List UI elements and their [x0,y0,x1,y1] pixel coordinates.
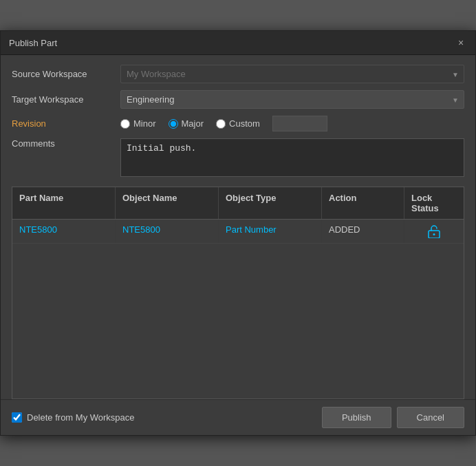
revision-major-label: Major [182,118,204,129]
close-button[interactable]: × [455,36,467,49]
revision-custom-input[interactable] [272,116,327,131]
target-workspace-wrapper: Engineering Production Archive ▼ [120,90,464,109]
revision-minor-option[interactable]: Minor [120,118,156,129]
revision-custom-radio[interactable] [216,119,226,129]
delete-checkbox-label: Delete from My Workspace [27,412,135,423]
revision-minor-label: Minor [133,118,156,129]
revision-label: Revision [12,118,115,129]
cell-lock-status [404,220,464,243]
col-action: Action [322,187,404,219]
target-workspace-select[interactable]: Engineering Production Archive [120,90,464,109]
delete-checkbox[interactable] [12,412,22,423]
col-part-name: Part Name [12,187,116,219]
buttons-row: Publish Cancel [322,407,464,428]
cell-part-name: NTE5800 [12,220,116,243]
revision-radio-group: Minor Major Custom [120,116,327,131]
cell-object-name: NTE5800 [116,220,219,243]
col-lock-status: Lock Status [404,187,464,219]
comments-label: Comments [12,138,115,149]
revision-major-radio[interactable] [169,119,178,129]
comments-row: Comments Initial push. [12,138,464,177]
source-workspace-select: My Workspace [120,65,464,83]
source-workspace-label: Source Workspace [12,69,115,79]
form-area: Source Workspace My Workspace ▼ Target W… [1,55,475,184]
revision-minor-radio[interactable] [120,119,130,129]
svg-point-1 [433,233,435,235]
source-workspace-wrapper: My Workspace ▼ [120,65,464,83]
footer-area: Delete from My Workspace Publish Cancel [1,399,475,435]
title-bar: Publish Part × [1,31,475,55]
cell-object-type: Part Number [219,220,322,243]
revision-major-option[interactable]: Major [169,118,204,129]
table-row: NTE5800 NTE5800 Part Number ADDED [12,220,464,244]
revision-custom-option[interactable]: Custom [216,118,260,129]
cancel-button[interactable]: Cancel [397,407,464,428]
parts-table: Part Name Object Name Object Type Action… [12,187,464,399]
cell-action: ADDED [322,220,404,243]
source-workspace-row: Source Workspace My Workspace ▼ [12,65,464,83]
col-object-type: Object Type [219,187,322,219]
target-workspace-row: Target Workspace Engineering Production … [12,90,464,109]
comments-textarea[interactable]: Initial push. [120,138,464,177]
target-workspace-label: Target Workspace [12,94,115,105]
table-header: Part Name Object Name Object Type Action… [12,187,464,220]
revision-custom-label: Custom [229,118,260,129]
table-body: NTE5800 NTE5800 Part Number ADDED [12,220,464,399]
revision-row: Revision Minor Major Custom [12,116,464,131]
publish-button[interactable]: Publish [322,407,391,428]
col-object-name: Object Name [116,187,219,219]
delete-checkbox-row: Delete from My Workspace [12,412,135,423]
unlocked-lock-icon [428,224,440,238]
publish-part-dialog: Publish Part × Source Workspace My Works… [0,30,476,436]
dialog-title: Publish Part [9,38,57,48]
